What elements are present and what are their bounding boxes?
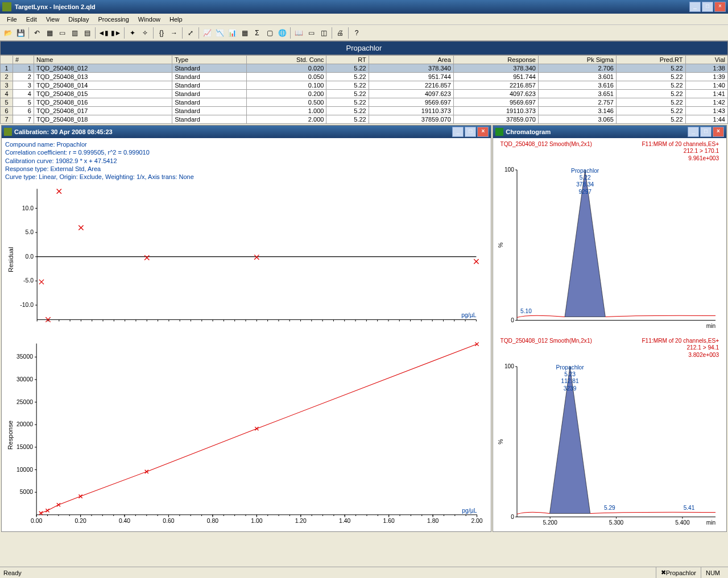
svg-text:-5.0: -5.0	[23, 278, 34, 284]
residual-plot[interactable]: -10.0-5.00.05.010.0Residualpg/µL	[2, 183, 491, 336]
undo-icon[interactable]: ↶	[31, 27, 43, 39]
svg-text:min: min	[706, 519, 715, 526]
panel-max-button[interactable]: □	[465, 127, 476, 137]
svg-text:5.41: 5.41	[684, 505, 695, 511]
bracket-icon[interactable]: {}	[156, 27, 167, 39]
print-icon[interactable]: 🖨	[334, 27, 346, 39]
table-row[interactable]: 44TQD_250408_015Standard0.2005.224097.62…	[1, 90, 728, 98]
arrow-icon[interactable]: →	[168, 27, 180, 39]
save-icon[interactable]: 💾	[15, 27, 26, 39]
svg-text:10000: 10000	[16, 467, 33, 473]
open-icon[interactable]: 📂	[2, 27, 14, 39]
svg-text:1.00: 1.00	[251, 518, 262, 524]
toolbar: 📂 💾 ↶ ▦ ▭ ▥ ▤ ◄▮ ▮► ✦ ✧ {} → ⤢ 📈 📉 📊 ▦ Σ…	[0, 25, 728, 41]
svg-text:1.60: 1.60	[383, 518, 395, 524]
svg-text:Propachlor: Propachlor	[571, 168, 599, 174]
statusbar: Ready ✖ Propachlor NUM	[0, 567, 728, 578]
menu-window[interactable]: Window	[134, 15, 165, 24]
svg-text:378.34: 378.34	[576, 181, 594, 188]
chart2-icon[interactable]: 📉	[214, 27, 225, 39]
svg-text:3239: 3239	[564, 385, 577, 392]
square-icon[interactable]: ▢	[264, 27, 275, 39]
window-icon[interactable]: ▭	[56, 27, 68, 39]
panel-icon[interactable]: ▭	[305, 27, 317, 39]
svg-text:0: 0	[511, 317, 515, 323]
calibration-panel: Calibration: 30 Apr 2008 08:45:23 _ □ × …	[1, 125, 491, 532]
svg-text:100: 100	[504, 167, 514, 173]
svg-text:Propachlor: Propachlor	[556, 364, 585, 371]
app-title: TargetLynx - Injection 2.qld	[15, 3, 689, 10]
sigma-icon[interactable]: Σ	[251, 27, 263, 39]
svg-text:5000: 5000	[20, 489, 33, 495]
svg-text:%: %	[498, 439, 504, 444]
book-icon[interactable]: 📖	[293, 27, 304, 39]
expand-icon[interactable]: ⤢	[185, 27, 196, 39]
svg-text:1.80: 1.80	[427, 518, 439, 524]
table-row[interactable]: 55TQD_250408_016Standard0.5005.229569.69…	[1, 98, 728, 107]
panel-close-button[interactable]: ×	[477, 127, 489, 137]
svg-text:5.10: 5.10	[520, 308, 532, 314]
svg-text:0.60: 0.60	[163, 518, 174, 524]
split-icon[interactable]: ◫	[318, 27, 329, 39]
menu-processing[interactable]: Processing	[93, 15, 133, 24]
svg-text:9297: 9297	[579, 189, 592, 195]
zoom-icon[interactable]: ✦	[127, 27, 138, 39]
svg-text:5.23: 5.23	[565, 371, 576, 377]
cal-icon	[4, 128, 12, 136]
chrom-plot[interactable]: TQD_250408_012 Smooth(Mn,2x1)F11:MRM of …	[493, 138, 726, 335]
table-row[interactable]: 11TQD_250408_012Standard0.0205.22378.340…	[1, 64, 728, 73]
menubar: File Edit View Display Processing Window…	[0, 14, 728, 25]
menu-file[interactable]: File	[2, 15, 22, 24]
svg-text:112.81: 112.81	[561, 378, 579, 384]
maximize-button[interactable]: □	[702, 2, 713, 12]
table-icon[interactable]: ▦	[239, 27, 250, 39]
svg-text:20000: 20000	[16, 421, 33, 427]
svg-text:TQD_250408_012 Smooth(Mn,2x1): TQD_250408_012 Smooth(Mn,2x1)	[500, 338, 592, 344]
table-row[interactable]: 77TQD_250408_018Standard2.0005.2237859.0…	[1, 115, 728, 124]
help-icon[interactable]: ?	[351, 27, 362, 39]
calibration-title: Calibration: 30 Apr 2008 08:45:23	[14, 128, 113, 135]
menu-view[interactable]: View	[42, 15, 64, 24]
chart1-icon[interactable]: 📈	[201, 27, 213, 39]
panel-max-button[interactable]: □	[700, 127, 712, 137]
chromatogram-title: Chromatogram	[506, 128, 551, 135]
menu-display[interactable]: Display	[64, 15, 93, 24]
app-icon	[2, 2, 11, 11]
svg-text:35000: 35000	[16, 354, 33, 360]
minimize-button[interactable]: _	[689, 2, 701, 12]
panel-min-button[interactable]: _	[452, 127, 464, 137]
prev-icon[interactable]: ◄▮	[98, 27, 109, 39]
grid-icon[interactable]: ▦	[44, 27, 55, 39]
layout-icon[interactable]: ▥	[69, 27, 80, 39]
panel-min-button[interactable]: _	[688, 127, 699, 137]
bars-icon[interactable]: 📊	[226, 27, 238, 39]
cross-icon: ✖	[661, 569, 666, 576]
menu-edit[interactable]: Edit	[22, 15, 42, 24]
calibration-info: Compound name: PropachlorCorrelation coe…	[2, 138, 491, 183]
svg-text:0.00: 0.00	[31, 518, 42, 524]
layout2-icon[interactable]: ▤	[81, 27, 93, 39]
next-icon[interactable]: ▮►	[110, 27, 122, 39]
svg-text:F11:MRM of 20 channels,ES+: F11:MRM of 20 channels,ES+	[642, 338, 719, 344]
chrom-plot[interactable]: TQD_250408_012 Smooth(Mn,2x1)F11:MRM of …	[493, 335, 726, 531]
menu-help[interactable]: Help	[165, 15, 187, 24]
injection-table[interactable]: #NameTypeStd. ConcRTAreaResponsePk Sigma…	[0, 55, 728, 124]
svg-text:30000: 30000	[16, 376, 33, 382]
svg-text:0.80: 0.80	[207, 518, 218, 524]
titlebar: TargetLynx - Injection 2.qld _ □ ×	[0, 0, 728, 14]
tool-icon[interactable]: ✧	[139, 27, 151, 39]
response-plot[interactable]: 50001000015000200002500030000350000.000.…	[2, 338, 491, 531]
svg-text:0: 0	[511, 514, 515, 520]
table-row[interactable]: 22TQD_250408_013Standard0.0505.22951.744…	[1, 73, 728, 81]
svg-text:2.00: 2.00	[471, 518, 482, 524]
svg-text:Response: Response	[7, 421, 14, 450]
svg-text:100: 100	[504, 363, 514, 369]
panel-close-button[interactable]: ×	[713, 127, 724, 137]
globe-icon[interactable]: 🌐	[276, 27, 288, 39]
table-row[interactable]: 33TQD_250408_014Standard0.1005.222216.85…	[1, 81, 728, 90]
svg-text:212.1 > 170.1: 212.1 > 170.1	[684, 148, 719, 154]
close-button[interactable]: ×	[714, 2, 726, 12]
table-row[interactable]: 66TQD_250408_017Standard1.0005.2219110.3…	[1, 107, 728, 115]
svg-text:5.200: 5.200	[543, 519, 558, 526]
svg-text:212.1 > 94.1: 212.1 > 94.1	[687, 344, 719, 351]
